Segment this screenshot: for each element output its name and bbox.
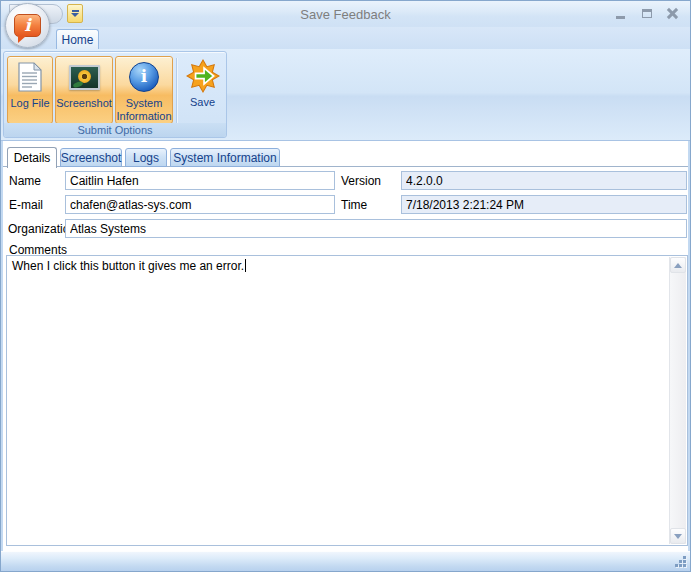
save-starburst-icon	[186, 56, 220, 96]
scroll-up-icon	[674, 263, 682, 268]
time-field	[401, 195, 687, 214]
save-label: Save	[190, 96, 215, 109]
save-feedback-window: Save Feedback i Home	[0, 0, 691, 572]
screenshot-label: Screenshot	[56, 97, 112, 110]
version-field	[401, 171, 687, 190]
comments-scrollbar[interactable]	[669, 257, 686, 544]
tab-logs[interactable]: Logs	[125, 148, 167, 167]
maximize-icon	[642, 9, 652, 18]
maximize-button[interactable]	[637, 6, 656, 21]
tab-screenshot[interactable]: Screenshot	[60, 148, 122, 167]
resize-grip-icon[interactable]	[673, 554, 687, 568]
screenshot-photo-icon	[69, 57, 100, 97]
ribbon-tab-row: Home	[1, 27, 690, 49]
app-logo-icon: i	[14, 14, 41, 37]
chevron-down-icon	[71, 13, 79, 17]
minimize-button[interactable]	[611, 6, 630, 21]
qat-line-icon	[72, 10, 79, 12]
title-bar: Save Feedback	[1, 1, 690, 27]
scroll-up-button[interactable]	[670, 257, 686, 273]
window-title: Save Feedback	[121, 1, 570, 27]
log-file-label: Log File	[10, 97, 49, 110]
tab-system-information[interactable]: System Information	[170, 148, 280, 167]
tab-details[interactable]: Details	[7, 147, 57, 168]
email-input[interactable]	[65, 195, 335, 214]
name-input[interactable]	[65, 171, 335, 190]
ribbon-separator	[176, 58, 178, 130]
ribbon-group-label: Submit Options	[4, 123, 226, 137]
text-caret	[245, 259, 246, 272]
version-label: Version	[341, 174, 381, 188]
system-information-button[interactable]: i System Information	[115, 56, 173, 124]
organization-input[interactable]	[65, 219, 687, 238]
details-panel: Details Screenshot Logs System Informati…	[3, 142, 688, 551]
email-label: E-mail	[9, 198, 43, 212]
close-button[interactable]	[663, 6, 682, 21]
customize-quick-access-button[interactable]	[67, 4, 83, 23]
comments-textarea[interactable]: When I click this button it gives me an …	[6, 255, 688, 546]
status-bar	[1, 551, 690, 571]
name-label: Name	[9, 174, 41, 188]
log-file-document-icon	[17, 57, 43, 97]
save-button[interactable]: Save	[180, 56, 225, 124]
ribbon-group-submit-options: Log File Screenshot i System Information	[3, 51, 227, 138]
scroll-down-icon	[674, 534, 682, 539]
screenshot-button[interactable]: Screenshot	[55, 56, 113, 124]
close-icon	[667, 8, 678, 19]
comments-text: When I click this button it gives me an …	[12, 259, 244, 273]
scroll-down-button[interactable]	[670, 528, 686, 544]
minimize-icon	[616, 16, 625, 19]
application-menu-button[interactable]: i	[5, 3, 50, 48]
system-information-label: System Information	[115, 97, 173, 122]
ribbon: Log File Screenshot i System Information	[1, 49, 690, 141]
log-file-button[interactable]: Log File	[7, 56, 53, 124]
ribbon-tab-home[interactable]: Home	[56, 29, 99, 49]
window-controls	[611, 6, 682, 21]
system-information-icon: i	[129, 57, 159, 97]
time-label: Time	[341, 198, 367, 212]
